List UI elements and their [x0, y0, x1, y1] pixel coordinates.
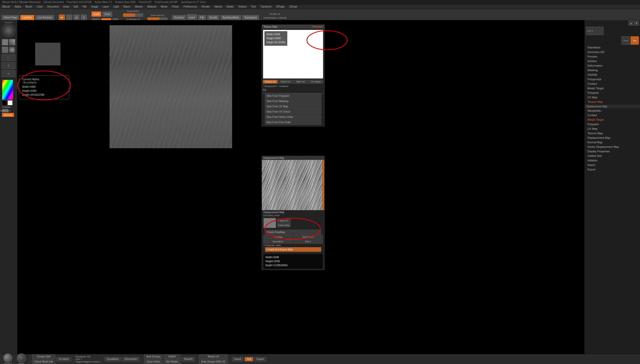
- fill-btn[interactable]: Fill: [263, 89, 266, 92]
- flip-v-btn[interactable]: Flip V: [294, 240, 323, 244]
- menu-picker[interactable]: Picker: [171, 5, 180, 8]
- groups-split-btn[interactable]: Groups Split: [32, 354, 55, 359]
- geo-btn[interactable]: Geo: [630, 36, 639, 45]
- menu-stroke[interactable]: Stroke: [225, 5, 235, 8]
- del-hidden-btn[interactable]: Del Hidden: [164, 359, 180, 364]
- smooth-uv-btn[interactable]: SmoothUV: [263, 240, 293, 244]
- fix-seam-btn[interactable]: Fix Seam: [309, 80, 324, 84]
- menu-brush[interactable]: Brush: [25, 5, 33, 8]
- live-boolean-btn[interactable]: Live Boolean: [35, 15, 54, 20]
- switch-color-btn[interactable]: SwitchColor: [2, 109, 9, 112]
- brush-preview[interactable]: [2, 23, 16, 37]
- morph-sphere-icon2[interactable]: [17, 353, 26, 362]
- new-from-uv-check-btn[interactable]: New From UV Check: [265, 109, 321, 114]
- texture-preview[interactable]: Width=2048 Height=2048 Depth=32 (RGB): [263, 30, 323, 79]
- sidebar-initialize[interactable]: Initialize: [585, 158, 640, 163]
- fix-mesh-btn[interactable]: Fix Mesh: [56, 357, 71, 361]
- alpha-thumb-1[interactable]: [2, 39, 8, 46]
- zremesher-btn[interactable]: ZRemesher: [122, 357, 140, 361]
- disp-preview-container[interactable]: [262, 160, 324, 210]
- sidebar-masking[interactable]: Masking: [585, 68, 640, 72]
- disp-subpix-btn[interactable]: DtSubPix 0: [294, 235, 323, 239]
- local-btn[interactable]: Local: [621, 36, 630, 45]
- menu-material[interactable]: Material: [146, 5, 157, 8]
- sidebar-uv-map2[interactable]: UV Map: [585, 126, 640, 131]
- lightbox-btn[interactable]: LightBox: [20, 15, 34, 20]
- sidebar-normal-map[interactable]: Normal Map: [585, 140, 640, 145]
- texture-on-btn[interactable]: Texture On: [263, 80, 278, 84]
- brush-thumbnail[interactable]: [35, 43, 60, 65]
- black-swatch[interactable]: [2, 100, 7, 105]
- sidebar-unified-skin[interactable]: Unified Skin: [585, 154, 640, 158]
- rotate-btn[interactable]: ↻: [81, 14, 87, 21]
- export-btn[interactable]: Export: [254, 357, 266, 361]
- sidebar-morph-target[interactable]: Morph Target: [585, 86, 640, 90]
- auto-groups-btn[interactable]: Auto Groups: [144, 354, 163, 359]
- sidebar-polypaint[interactable]: Polypaint: [585, 90, 640, 95]
- close-holes-btn[interactable]: Close Holes: [144, 359, 163, 364]
- alpha-thumb-3[interactable]: [2, 47, 8, 53]
- adaptive-btn[interactable]: Adaptive: [263, 235, 293, 239]
- check-mesh-btn[interactable]: Check Mesh Inte: [32, 359, 55, 364]
- disp-on-btn[interactable]: Disp On: [277, 219, 291, 223]
- hide-pt-btn[interactable]: HidePt: [164, 354, 180, 359]
- disp-small-thumb[interactable]: [263, 218, 276, 228]
- menu-zplugin[interactable]: ZPlugin: [275, 5, 286, 8]
- menu-file[interactable]: File: [82, 5, 88, 8]
- topological-btn[interactable]: Topological: [242, 15, 259, 20]
- new-from-poly-order-btn[interactable]: New From Poly Order: [265, 120, 321, 125]
- dynamesh-btn[interactable]: DynaMesh: [104, 357, 121, 361]
- menu-transform[interactable]: Transform: [259, 5, 272, 8]
- sfx-btn[interactable]: SFX 3: [586, 27, 594, 35]
- menu-texture[interactable]: Texture: [237, 5, 248, 8]
- menu-render[interactable]: Render: [201, 5, 211, 8]
- move-btn[interactable]: ↔: [66, 14, 72, 21]
- alpha-thumb-2[interactable]: [9, 39, 15, 46]
- white-swatch[interactable]: [8, 100, 13, 105]
- zsub-btn[interactable]: Zsub: [102, 11, 112, 17]
- menu-document[interactable]: Document: [46, 5, 60, 8]
- sfx-btn2[interactable]: [595, 27, 604, 35]
- auto-groups-uv-btn[interactable]: Auto Groups With UV: [199, 359, 228, 364]
- sidebar-visibility[interactable]: Visibility: [585, 72, 640, 77]
- menu-edit[interactable]: Edit: [73, 5, 79, 8]
- sidebar-alpygrp[interactable]: AlpygrpAly–: [585, 108, 640, 113]
- sidebar-morph-target2[interactable]: Morph Target: [585, 117, 640, 122]
- color-gradient[interactable]: [2, 80, 13, 100]
- sidebar-import[interactable]: Import: [585, 163, 640, 167]
- new-from-masking-btn[interactable]: New From Masking: [265, 99, 321, 104]
- new-from-vertex-order-btn[interactable]: New From Vertex Order: [265, 115, 321, 119]
- morph-sphere-icon[interactable]: [3, 353, 12, 362]
- menu-color[interactable]: Color: [36, 5, 44, 8]
- menu-alpha[interactable]: Alpha: [14, 5, 22, 8]
- sidebar-contact2[interactable]: Contact: [585, 113, 640, 117]
- tool-btn-2[interactable]: ⊙: [2, 62, 16, 69]
- menu-preferences[interactable]: Preferences: [183, 5, 198, 8]
- sidebar-fibermesh[interactable]: FiberMesh: [585, 45, 640, 50]
- sidebar-polypaint2[interactable]: Polypaint: [585, 122, 640, 126]
- create-dispmap-btn[interactable]: Create DispMap: [265, 230, 321, 235]
- zadd-btn[interactable]: Zadd: [91, 11, 102, 17]
- import-btn[interactable]: Import: [232, 357, 244, 361]
- new-from-polypaint-btn[interactable]: New From Polypaint: [265, 94, 321, 98]
- sidebar-surface[interactable]: Surface: [585, 59, 640, 63]
- sidebar-polygroups[interactable]: Polygroups: [585, 77, 640, 81]
- create-export-btn[interactable]: Create And Export Map: [265, 247, 321, 252]
- sidebar-geometry-hd[interactable]: Geometry HD: [585, 50, 640, 54]
- show-pt-btn[interactable]: ShowPt: [182, 357, 195, 361]
- menu-marker[interactable]: Marker: [134, 5, 144, 8]
- alternate-btn[interactable]: Alternate: [2, 113, 14, 117]
- sidebar-contact[interactable]: Contact: [585, 81, 640, 86]
- alpha-thumb-4[interactable]: [9, 47, 15, 53]
- sidebar-vector-disp[interactable]: Vector Displacement Map: [585, 145, 640, 149]
- sidebar-display-props[interactable]: Display Properties: [585, 149, 640, 154]
- main-viewport[interactable]: [109, 25, 232, 148]
- clone-txr-btn[interactable]: Clone Txr: [278, 80, 293, 84]
- sidebar-uv-map[interactable]: UV Map: [585, 95, 640, 100]
- menu-macro[interactable]: Macro: [123, 5, 132, 8]
- draw-mode-btn[interactable]: ✏: [59, 14, 65, 21]
- backface-mask-btn[interactable]: BackfaceMask: [220, 15, 241, 20]
- menu-stencil[interactable]: Stencil: [213, 5, 223, 8]
- scroll-up-btn[interactable]: ▲: [628, 21, 633, 26]
- dynamic-btn[interactable]: Dynamic: [172, 15, 186, 20]
